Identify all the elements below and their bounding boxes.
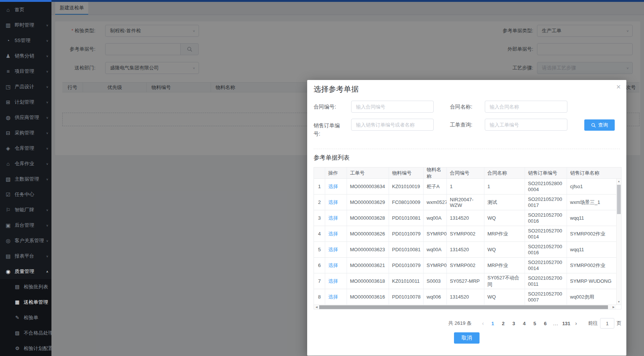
sidebar-subitem-inspection-batch-list[interactable]: ▤检验批列表 (0, 279, 51, 294)
select-link[interactable]: 选择 (328, 231, 338, 237)
pagination-page-1[interactable]: 1 (487, 321, 498, 326)
sidebar-item-sales-distribution[interactable]: ♟销售分销∨ (0, 48, 51, 63)
chevron-down-icon: ∨ (44, 254, 48, 258)
pagination-prev-icon[interactable]: ‹ (478, 320, 487, 326)
row-index: 2 (314, 195, 325, 210)
vertical-scrollbar[interactable]: ▲ ▼ (616, 179, 621, 305)
select-link[interactable]: 选择 (328, 278, 338, 285)
sidebar-subitem-inspection-order[interactable]: ✎检验单 (0, 310, 51, 325)
sidebar-item-label: 任务中心 (15, 191, 34, 198)
scroll-down-icon[interactable]: ▼ (617, 300, 621, 304)
sales-order-name-cell: wqq11 (567, 242, 621, 257)
scroll-right-icon[interactable]: ▶ (611, 305, 616, 309)
sidebar-item-warehouse-operations[interactable]: ⌂仓库作业∨ (0, 156, 51, 171)
select-link[interactable]: 选择 (328, 183, 338, 190)
warehouse-ops-icon: ⌂ (5, 161, 11, 167)
pagination-page-131[interactable]: 131 (561, 321, 572, 326)
sidebar-item-crm[interactable]: ◎客户关系管理∨ (0, 233, 51, 248)
sidebar-item-task-center[interactable]: ☑任务中心 (0, 187, 51, 202)
sales-order-no-cell: SO20210527000016 (525, 210, 567, 226)
query-button-label: 查询 (598, 122, 608, 128)
sales-order-no-cell: SO20210527000017 (525, 195, 567, 210)
select-link[interactable]: 选择 (328, 294, 338, 300)
goto-page-input[interactable] (600, 318, 614, 329)
sidebar-item-master-data-management[interactable]: ▧主数据管理∨ (0, 171, 51, 187)
table-row: 8选择MO0000003616PD01010078wq0061314520WQS… (314, 289, 621, 305)
sidebar-item-smart-factory-tag[interactable]: ⚐智能厂牌∨ (0, 202, 51, 217)
sidebar-item-label: 仓库管理 (15, 145, 34, 152)
sidebar-subitem-inspection-plan-config[interactable]: ⚙检验计划配置 (0, 341, 51, 356)
app-window: ⌂首页▥即时管理∨◔5S管理∨♟销售分销∨≡项目管理∨◳产品设计∨⊞计划管理∨◍… (0, 0, 644, 356)
horizontal-scrollbar[interactable]: ◀ ▶ (314, 305, 616, 309)
vertical-scrollbar-thumb[interactable] (617, 185, 621, 214)
material-name-cell: S0003 (424, 273, 447, 289)
horizontal-scrollbar-thumb[interactable] (319, 305, 608, 309)
cancel-button[interactable]: 取消 (454, 332, 480, 344)
sidebar-item-label: 供应商管理 (15, 114, 39, 121)
sidebar-subitem-inspection-submission-management[interactable]: ▦送检单管理 (0, 294, 51, 310)
work-order-input-wrap (485, 119, 567, 131)
pagination-page-2[interactable]: 2 (498, 321, 508, 326)
work-order-input[interactable] (485, 119, 567, 130)
sidebar-item-product-design[interactable]: ◳产品设计∨ (0, 79, 51, 94)
select-link[interactable]: 选择 (328, 199, 338, 206)
sidebar-item-report-platform[interactable]: ▤报表平台∨ (0, 248, 51, 264)
sidebar-item-5s-management[interactable]: ◔5S管理∨ (0, 33, 51, 48)
pagination-page-4[interactable]: 4 (519, 321, 529, 326)
sidebar-item-quality-management[interactable]: ◉质量管理∧ (0, 264, 51, 279)
pagination-next-icon[interactable]: › (572, 320, 581, 326)
sidebar-item-realtime-management[interactable]: ▥即时管理∨ (0, 17, 51, 33)
sidebar-item-supplier-management[interactable]: ◍供应商管理∨ (0, 110, 51, 125)
sidebar-item-label: 计划管理 (15, 99, 34, 106)
sidebar-item-procurement-management[interactable]: ⊟采购管理∨ (0, 125, 51, 140)
sidebar-subitem-label: 不合格品处理单 (24, 330, 51, 336)
row-index: 8 (314, 289, 325, 305)
chevron-down-icon: ∨ (44, 100, 48, 104)
section-divider (314, 149, 620, 149)
sidebar-item-backend-management[interactable]: ▣后台管理∨ (0, 217, 51, 233)
material-code-cell: PD01010079 (389, 226, 424, 241)
sales-order-no-input[interactable] (351, 119, 433, 130)
sidebar-subitem-label: 检验单 (24, 314, 38, 321)
batch-list-icon: ▤ (14, 284, 20, 290)
close-icon[interactable]: × (616, 83, 621, 91)
contract-no-input[interactable] (351, 101, 433, 112)
sales-order-name-cell: SYMRP WUDONG (567, 273, 621, 289)
contract-no-label: 合同编号: (314, 104, 336, 110)
sidebar-subitem-nonconforming-product-order[interactable]: ▨不合格品处理单 (0, 325, 51, 341)
pagination-page-6[interactable]: 6 (540, 321, 550, 326)
reference-list-title: 参考单据列表 (314, 154, 350, 162)
contract-name-label: 合同名称: (450, 104, 472, 110)
sidebar-item-home[interactable]: ⌂首页 (0, 2, 51, 17)
column-header: 销售订单编号 (525, 167, 567, 178)
contract-name-input-wrap (485, 101, 567, 113)
sidebar-item-label: 仓库作业 (15, 160, 34, 167)
work-order-cell: MO0000003628 (347, 210, 389, 226)
column-header: 物料编号 (389, 167, 424, 178)
sales-order-name-cell: wq002勿用 (567, 289, 621, 305)
chevron-down-icon: ∨ (44, 85, 48, 88)
sidebar-item-project-management[interactable]: ≡项目管理∨ (0, 63, 51, 79)
action-cell: 选择 (325, 242, 347, 257)
chevron-down-icon: ∨ (44, 239, 48, 242)
sidebar-item-plan-management[interactable]: ⊞计划管理∨ (0, 94, 51, 110)
contract-no-cell: 1314520 (447, 242, 484, 257)
sales-order-name-cell: wqq11 (567, 210, 621, 226)
row-index: 3 (314, 210, 325, 226)
modal-table-body: 1选择MO0000003634KZ01010019柜子A11SO20210528… (314, 179, 621, 305)
select-link[interactable]: 选择 (328, 246, 338, 253)
sales-order-no-cell: SO20210527000016 (525, 242, 567, 257)
scroll-left-icon[interactable]: ◀ (314, 305, 319, 309)
table-row: 5选择MO0000003623PD01010081wq00A1314520WQS… (314, 242, 621, 258)
contract-name-input[interactable] (485, 101, 567, 112)
sidebar-item-warehouse-management[interactable]: ◈仓库管理∨ (0, 140, 51, 156)
pagination-page-5[interactable]: 5 (529, 321, 540, 326)
contract-name-cell: 1 (484, 179, 525, 194)
pagination-page-3[interactable]: 3 (508, 321, 519, 326)
work-order-cell: MO0000003623 (347, 242, 389, 257)
query-button[interactable]: 查询 (584, 119, 615, 131)
search-icon (591, 123, 596, 128)
select-link[interactable]: 选择 (328, 262, 338, 269)
select-link[interactable]: 选择 (328, 215, 338, 222)
scroll-up-icon[interactable]: ▲ (617, 179, 621, 184)
